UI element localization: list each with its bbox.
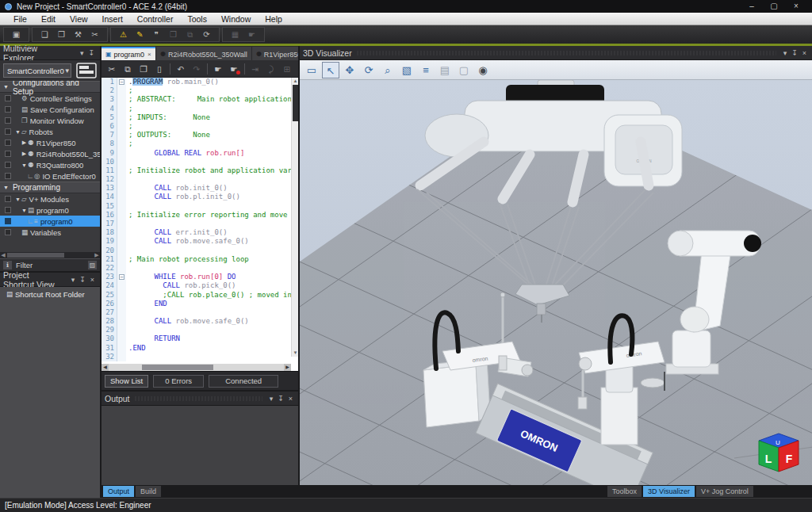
copy-icon[interactable]: ⧉ [120,62,136,76]
paste-icon[interactable]: ❐ [136,62,151,76]
code-line[interactable]: 12 [102,175,298,184]
code-line[interactable]: 15 [102,202,298,211]
code-line[interactable]: 5; INPUTS: None [102,113,298,122]
solid-view-icon[interactable]: ▧ [398,62,416,78]
code-line[interactable]: 31.END [102,344,298,353]
code-line[interactable]: 7; OUTPUTS: None [102,131,298,139]
code-line[interactable]: 4; [102,105,298,113]
3d-viewport[interactable]: OMRON [300,80,812,485]
menu-insert[interactable]: Insert [95,13,130,25]
tree-item-r1viper850[interactable]: ▶⚉R1Viper850 [0,137,100,148]
code-line[interactable]: 16; Initialize error reporting and move … [102,211,298,220]
menu-controller[interactable]: Controller [130,13,181,25]
tree-horizontal-scrollbar[interactable]: ◀ ▶ [0,252,100,258]
code-line[interactable]: 10 [102,158,298,166]
doc-tab-program0[interactable]: ▣program0× [102,47,155,60]
tree-item-checkbox[interactable] [5,151,11,157]
panel-menu-icon[interactable]: ▾ [267,395,276,403]
tree-item-program0[interactable]: ∟≡program0 [0,216,100,227]
bottom-tab-output[interactable]: Output [103,486,134,497]
chevron-down-icon[interactable]: ▼ [14,197,21,202]
bottom-tab-3d-visualizer[interactable]: 3D Visualizer [643,486,695,497]
3d-visualizer-icon[interactable]: ❑ [36,28,53,41]
code-editor[interactable]: 1−.PROGRAM rob.main_0()2;3; ABSTRACT: Ma… [102,78,298,371]
bottom-tab-toolbox[interactable]: Toolbox [607,486,642,497]
scroll-right-icon[interactable]: ▶ [284,364,291,371]
chevron-down-icon[interactable]: ▼ [21,162,28,168]
code-line[interactable]: 14 CALL rob.pl.init_0() [102,193,298,201]
error-warning-icon[interactable]: ⚠ [115,28,132,41]
tree-item-save-configuration[interactable]: ▤Save Configuration [0,104,100,115]
code-line[interactable]: 26 END [102,300,298,308]
fit-view-icon[interactable]: ▭ [303,62,320,78]
code-line[interactable]: 2; [102,86,298,95]
editor-horizontal-scrollbar[interactable]: ◀ ▶ [102,364,291,371]
filter-edit-icon[interactable]: ▨ [88,261,97,269]
tree-item-program0[interactable]: ▼▤program0 [0,204,100,216]
code-line[interactable]: 13 CALL rob.init_0() [102,184,298,193]
tree-item-checkbox[interactable] [5,117,11,124]
cross-section-icon[interactable]: ✂ [86,28,103,41]
select-cursor-icon[interactable]: ↖ [322,62,339,78]
fold-collapse-icon[interactable]: − [119,274,124,280]
chevron-down-icon[interactable]: ▼ [21,208,28,213]
code-line[interactable]: 17 [102,220,298,228]
record-camera-icon[interactable]: ◉ [474,62,492,78]
window-layout-icon[interactable]: ❐ [53,28,70,41]
panel-menu-icon[interactable]: ▾ [781,49,790,57]
code-line[interactable]: 28 CALL rob.move.safe_0() [102,317,298,326]
code-line[interactable]: 3; ABSTRACT: Main robot application prog… [102,95,298,104]
menu-edit[interactable]: Edit [34,13,63,25]
tree-category-programming[interactable]: ▼Programming [0,181,100,193]
tree-item-io-endeffector0[interactable]: ∟◎IO EndEffector0 [0,170,100,181]
scroll-thumb[interactable] [7,253,64,258]
pin-icon[interactable]: ↧ [275,395,286,403]
code-line[interactable]: 23− WHILE rob.run[0] DO [102,273,298,281]
scroll-thumb[interactable] [142,365,213,370]
output-console[interactable] [102,406,298,485]
code-line[interactable]: 29 [102,326,298,334]
comment-icon[interactable]: ❞ [148,28,165,41]
panel-menu-icon[interactable]: ▾ [69,276,78,284]
pointer-hand-icon[interactable]: ☛ [210,62,226,76]
panel-menu-icon[interactable]: ▾ [78,49,86,57]
edit-warning-icon[interactable]: ✎ [132,28,148,41]
menu-window[interactable]: Window [214,13,258,25]
scroll-up-icon[interactable]: ▲ [292,78,298,85]
code-line[interactable]: 1−.PROGRAM rob.main_0() [102,78,298,86]
code-line[interactable]: 24 CALL rob.pick_0() [102,281,298,290]
code-line[interactable]: 18 CALL err.init_0() [102,228,298,237]
emulation-mode-icon[interactable]: ▣ [8,28,25,41]
code-line[interactable]: 22 [102,264,298,273]
zoom-icon[interactable]: ⌕ [379,62,396,78]
pin-icon[interactable]: ↧ [77,276,88,284]
fold-collapse-icon[interactable]: − [119,79,124,85]
close-icon[interactable]: × [147,51,151,58]
menu-tools[interactable]: Tools [180,13,214,25]
scroll-down-icon[interactable]: ▼ [292,350,298,357]
minimize-button[interactable]: – [741,1,763,12]
tree-item-v-modules[interactable]: ▼▱V+ Modules [0,193,100,204]
scroll-thumb[interactable] [293,85,298,121]
tree-item-checkbox[interactable] [5,139,11,146]
editor-vertical-scrollbar[interactable]: ▲ ▼ [291,78,298,357]
tree-item-r3quattro800[interactable]: ▼⚉R3Quattro800 [0,159,100,170]
undo-icon[interactable]: ↶ [173,62,189,76]
cut-icon[interactable]: ✂ [104,62,120,76]
tree-item-robots[interactable]: ▼▱Robots [0,126,100,137]
maximize-button[interactable]: ▢ [763,1,785,12]
pin-icon[interactable]: ↧ [789,49,800,57]
tree-item-checkbox[interactable] [5,162,11,168]
tree-category-configurations-and-setup[interactable]: ▼Configurations and Setup [0,81,100,93]
chevron-down-icon[interactable]: ▼ [14,129,21,135]
code-area[interactable]: 1−.PROGRAM rob.main_0()2;3; ABSTRACT: Ma… [102,78,298,364]
tree-item-checkbox[interactable] [5,196,11,202]
refresh-icon[interactable]: ⟳ [198,28,215,41]
code-line[interactable]: 30 RETURN [102,334,298,343]
device-selector-dropdown[interactable]: SmartController0 ▼ [3,63,71,78]
tree-item-checkbox[interactable] [5,95,11,101]
close-button[interactable]: × [785,1,807,12]
tree-item-checkbox[interactable] [5,229,11,235]
orbit-icon[interactable]: ⟳ [360,62,377,78]
menu-file[interactable]: File [6,13,34,25]
